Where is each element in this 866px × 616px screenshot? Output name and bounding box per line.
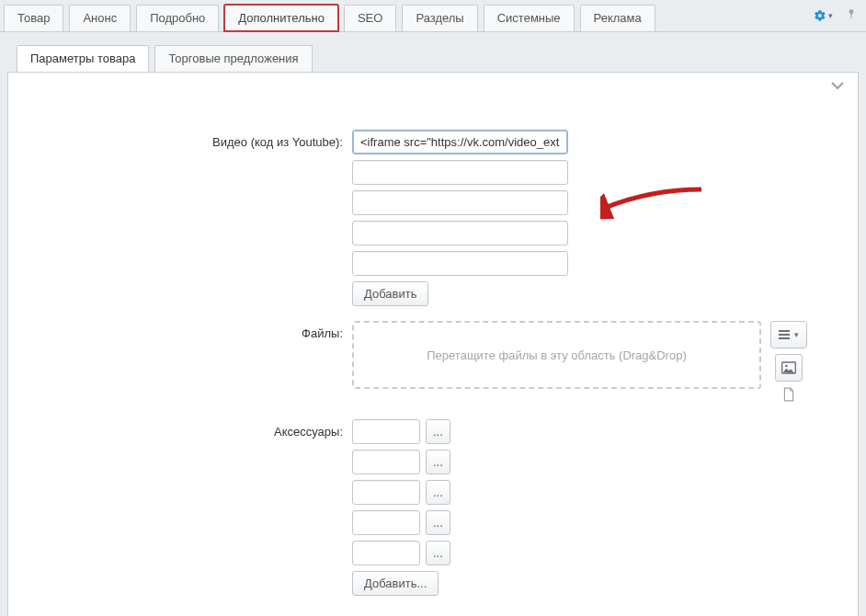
video-input-1[interactable] xyxy=(352,130,568,154)
video-input-5[interactable] xyxy=(352,251,568,276)
video-fields: Добавить xyxy=(352,130,784,306)
tab-additional[interactable]: Дополнительно xyxy=(224,5,338,31)
caret-down-icon: ▾ xyxy=(828,11,833,20)
dropzone-side-controls: ▾ xyxy=(770,321,807,405)
tab-detail[interactable]: Подробно xyxy=(136,5,219,31)
caret-down-icon: ▾ xyxy=(794,330,799,339)
accessory-add-button[interactable]: Добавить... xyxy=(352,571,439,596)
document-icon xyxy=(782,387,795,405)
accessories-row: Аксессуары: ... ... ... ... ... До xyxy=(30,419,836,596)
subtab-offers[interactable]: Торговые предложения xyxy=(154,45,312,72)
content-panel: Видео (код из Youtube): Добавить Файлы: xyxy=(7,73,859,616)
video-row: Видео (код из Youtube): Добавить xyxy=(30,130,836,306)
accessory-browse-2[interactable]: ... xyxy=(426,450,450,474)
accessory-input-5[interactable] xyxy=(352,541,420,565)
accessory-line-3: ... xyxy=(352,480,784,505)
dropzone-text: Перетащите файлы в эту область (Drag&Dro… xyxy=(427,348,686,362)
tab-system[interactable]: Системные xyxy=(484,5,575,31)
accessory-input-2[interactable] xyxy=(352,450,420,474)
gear-icon xyxy=(814,9,826,22)
accessory-input-1[interactable] xyxy=(352,419,420,444)
settings-dropdown[interactable]: ▾ xyxy=(814,9,833,22)
tab-seo[interactable]: SEO xyxy=(344,5,396,31)
dropzone-wrap: Перетащите файлы в эту область (Drag&Dro… xyxy=(352,321,830,405)
files-label: Файлы: xyxy=(30,321,352,340)
svg-point-1 xyxy=(785,365,788,368)
tab-announce[interactable]: Анонс xyxy=(69,5,131,31)
menu-icon xyxy=(779,330,790,339)
image-picker-button[interactable] xyxy=(775,354,803,382)
image-icon xyxy=(781,361,796,374)
video-add-button[interactable]: Добавить xyxy=(352,281,428,306)
subtab-params[interactable]: Параметры товара xyxy=(17,45,149,72)
accessory-line-5: ... xyxy=(352,541,784,565)
files-field: Перетащите файлы в эту область (Drag&Dro… xyxy=(352,321,830,405)
file-dropzone[interactable]: Перетащите файлы в эту область (Drag&Dro… xyxy=(352,321,761,389)
file-menu-button[interactable]: ▾ xyxy=(770,321,807,348)
accessory-browse-4[interactable]: ... xyxy=(426,510,450,535)
sub-tab-row: Параметры товара Торговые предложения xyxy=(7,32,859,73)
accessory-line-1: ... xyxy=(352,419,784,444)
accessory-line-2: ... xyxy=(352,450,784,474)
video-label: Видео (код из Youtube): xyxy=(30,130,352,149)
accessory-input-4[interactable] xyxy=(352,510,420,535)
tab-ad[interactable]: Реклама xyxy=(580,5,655,31)
chevron-down-icon xyxy=(830,80,845,91)
accessory-browse-5[interactable]: ... xyxy=(426,541,450,565)
accessory-line-4: ... xyxy=(352,510,784,535)
tab-sections[interactable]: Разделы xyxy=(402,5,477,31)
accessory-input-3[interactable] xyxy=(352,480,420,505)
accessory-browse-1[interactable]: ... xyxy=(426,419,450,444)
video-input-4[interactable] xyxy=(352,221,568,245)
tab-product[interactable]: Товар xyxy=(4,5,63,31)
accessory-browse-3[interactable]: ... xyxy=(426,480,450,505)
files-row: Файлы: Перетащите файлы в эту область (D… xyxy=(30,321,836,405)
accessories-fields: ... ... ... ... ... Добавить... xyxy=(352,419,784,596)
panel-collapse-toggle[interactable] xyxy=(830,80,845,94)
video-input-2[interactable] xyxy=(352,160,568,185)
pin-button[interactable] xyxy=(846,7,857,23)
accessories-label: Аксессуары: xyxy=(30,419,352,439)
pin-icon xyxy=(846,7,857,20)
top-tools: ▾ xyxy=(814,7,857,23)
video-input-3[interactable] xyxy=(352,190,568,215)
main-tab-row: Товар Анонс Подробно Дополнительно SEO Р… xyxy=(0,0,866,32)
